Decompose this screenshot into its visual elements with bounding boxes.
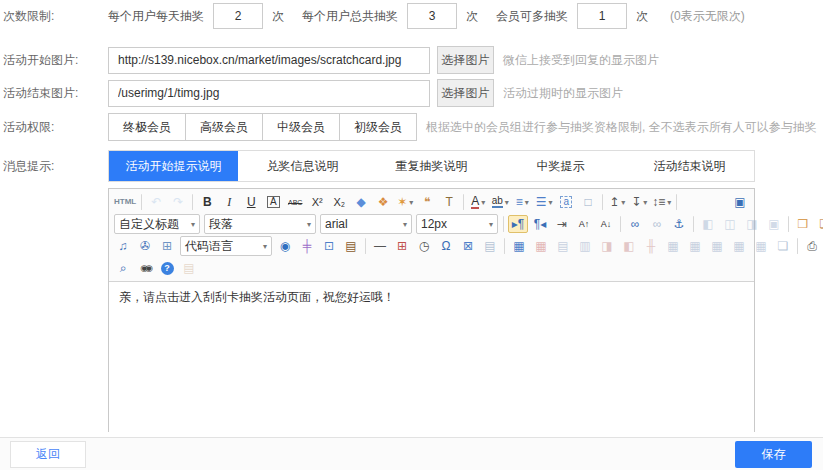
- indent-button[interactable]: ⇥: [552, 215, 572, 233]
- template-button[interactable]: ▤: [341, 237, 361, 255]
- blockquote-button[interactable]: ❝: [417, 193, 437, 211]
- merge-right-button[interactable]: ◨: [597, 237, 617, 255]
- google-map-button[interactable]: ◉: [275, 237, 295, 255]
- print-button[interactable]: ⎙: [802, 237, 822, 255]
- horizontal-rule-button[interactable]: —: [370, 237, 390, 255]
- paragraph-spacing-bottom-button[interactable]: ↧: [629, 193, 649, 211]
- start-image-input[interactable]: [108, 47, 430, 74]
- table-title-button[interactable]: ▤: [553, 237, 573, 255]
- end-image-input[interactable]: [108, 80, 430, 107]
- format-brush-button[interactable]: ❖: [373, 193, 393, 211]
- split-cell-button[interactable]: ╫: [641, 237, 661, 255]
- redo-button[interactable]: ↷: [168, 193, 188, 211]
- ordered-list-button[interactable]: ≡: [512, 193, 532, 211]
- ltr-button[interactable]: ▸¶: [508, 215, 528, 233]
- tab-win-tip[interactable]: 中奖提示: [496, 151, 625, 181]
- unlink-button[interactable]: ∞: [647, 215, 667, 233]
- line-height-button[interactable]: ↕≡: [651, 193, 672, 211]
- insert-image-button[interactable]: ❒: [793, 215, 813, 233]
- font-family-select[interactable]: arial: [320, 214, 412, 234]
- image-float-left-button[interactable]: ◧: [698, 215, 718, 233]
- editor-content[interactable]: 亲，请点击进入刮刮卡抽奖活动页面，祝您好运哦！: [109, 282, 754, 432]
- local-save-button[interactable]: ▤: [480, 237, 500, 255]
- image-center-button[interactable]: ▣: [764, 215, 784, 233]
- background-color-button[interactable]: ab: [490, 193, 510, 211]
- insert-music-button[interactable]: ♫: [113, 237, 133, 255]
- iframe-button[interactable]: ⊡: [319, 237, 339, 255]
- attachment-button[interactable]: ✇: [135, 237, 155, 255]
- per-day-limit-input[interactable]: [213, 3, 263, 29]
- merge-cells-button[interactable]: ▥: [575, 237, 595, 255]
- member-extra-input[interactable]: [577, 3, 627, 29]
- toolbar-separator: [504, 238, 505, 254]
- cell-border-button[interactable]: ▦: [751, 237, 771, 255]
- insert-col-button[interactable]: ▦: [707, 237, 727, 255]
- underline-button[interactable]: U: [241, 193, 261, 211]
- font-size-select[interactable]: 12px: [416, 214, 498, 234]
- insert-table-button[interactable]: ▦: [509, 237, 529, 255]
- total-limit-input[interactable]: [407, 3, 457, 29]
- end-image-pick-button[interactable]: 选择图片: [437, 79, 494, 107]
- search-replace-button[interactable]: ◉◉: [135, 259, 155, 277]
- tab-activity-end[interactable]: 活动结束说明: [625, 151, 754, 181]
- member-group-junior-button[interactable]: 初级会员: [339, 113, 417, 141]
- superscript-button[interactable]: X²: [307, 193, 327, 211]
- image-float-right-button[interactable]: ◨: [742, 215, 762, 233]
- lowercase-button[interactable]: A↓: [596, 215, 616, 233]
- page-doc-button[interactable]: ❏: [773, 237, 793, 255]
- font-border-button[interactable]: A: [263, 193, 283, 211]
- start-image-hint: 微信上接受到回复的显示图片: [503, 52, 659, 69]
- uppercase-button[interactable]: A↑: [574, 215, 594, 233]
- subscript-button[interactable]: X₂: [329, 193, 349, 211]
- strikethrough-button[interactable]: ABC: [285, 193, 305, 211]
- fullscreen-button[interactable]: ▣: [730, 193, 750, 211]
- preview-button[interactable]: ⌕: [113, 259, 133, 277]
- rtl-button[interactable]: ¶◂: [530, 215, 550, 233]
- delete-col-button[interactable]: ▦: [729, 237, 749, 255]
- member-group-senior-button[interactable]: 高级会员: [185, 113, 263, 141]
- image-float-none-button[interactable]: ◫: [720, 215, 740, 233]
- message-tab-label: 活动结束说明: [654, 158, 726, 175]
- toolbar-separator: [602, 194, 603, 210]
- paragraph-select[interactable]: 段落: [204, 214, 316, 234]
- time-button[interactable]: ◷: [414, 237, 434, 255]
- insert-row-button[interactable]: ▦: [663, 237, 683, 255]
- link-button[interactable]: ∞: [625, 215, 645, 233]
- bold-button[interactable]: B: [197, 193, 217, 211]
- tab-activity-start-tip[interactable]: 活动开始提示说明: [109, 151, 238, 181]
- insert-map-button[interactable]: ⊞: [157, 237, 177, 255]
- limits-label: 次数限制:: [3, 8, 108, 25]
- anchor-button[interactable]: a: [556, 193, 576, 211]
- tab-repeat-draw[interactable]: 重复抽奖说明: [367, 151, 496, 181]
- paste-button[interactable]: ▤: [179, 259, 199, 277]
- italic-button[interactable]: I: [219, 193, 239, 211]
- custom-title-select[interactable]: 自定义标题: [114, 214, 200, 234]
- back-button[interactable]: 返回: [10, 441, 86, 468]
- help-button[interactable]: ?: [157, 259, 177, 277]
- blank-doc-button[interactable]: □: [578, 193, 598, 211]
- paste-plain-button[interactable]: T: [439, 193, 459, 211]
- pagebreak-button[interactable]: ╪: [297, 237, 317, 255]
- special-chars-button[interactable]: Ω: [436, 237, 456, 255]
- delete-row-button[interactable]: ▦: [685, 237, 705, 255]
- undo-button[interactable]: ↶: [146, 193, 166, 211]
- auto-typeset-button[interactable]: ✶: [395, 193, 415, 211]
- font-color-button[interactable]: A: [468, 193, 488, 211]
- member-group-ultimate-button[interactable]: 终极会员: [108, 113, 186, 141]
- tab-redeem-info[interactable]: 兑奖信息说明: [238, 151, 367, 181]
- date-button[interactable]: ⊞: [392, 237, 412, 255]
- unordered-list-button[interactable]: ☰: [534, 193, 554, 211]
- delete-table-button[interactable]: ▦: [531, 237, 551, 255]
- merge-down-button[interactable]: ◧: [619, 237, 639, 255]
- save-button[interactable]: 保存: [735, 441, 812, 468]
- source-button[interactable]: HTML: [113, 193, 137, 211]
- code-language-select[interactable]: 代码语言: [180, 236, 272, 256]
- member-group-middle-button[interactable]: 中级会员: [262, 113, 340, 141]
- snapscreen-button[interactable]: ❏: [815, 215, 823, 233]
- insert-anchor-button[interactable]: ⚓: [669, 215, 689, 233]
- start-image-pick-button[interactable]: 选择图片: [437, 46, 494, 74]
- word-image-button[interactable]: ⊠: [458, 237, 478, 255]
- per-day-limit-label: 每个用户每天抽奖: [108, 8, 204, 25]
- paragraph-spacing-top-button[interactable]: ↥: [607, 193, 627, 211]
- remove-format-button[interactable]: ◆: [351, 193, 371, 211]
